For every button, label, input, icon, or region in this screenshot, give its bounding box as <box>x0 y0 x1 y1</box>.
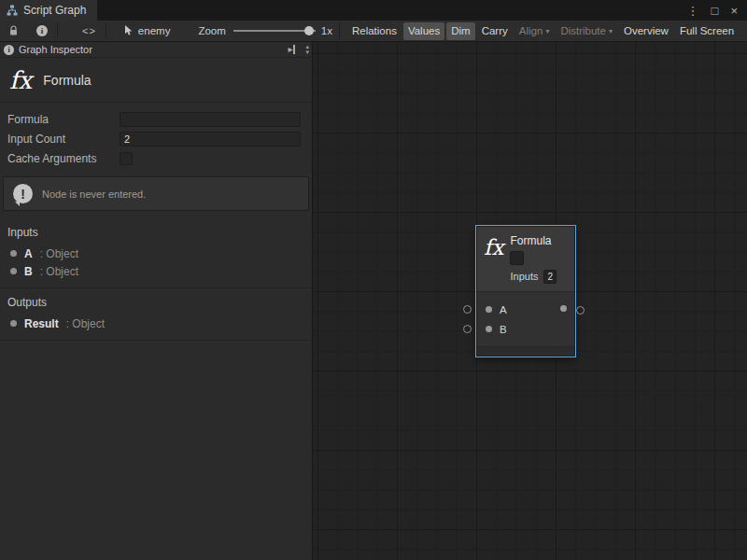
output-socket-result[interactable] <box>576 306 585 315</box>
window-tab-bar: Script Graph ⋮ □ × <box>0 0 747 21</box>
node-inputs-row: Inputs 2 <box>510 269 557 284</box>
port-b-dot-icon[interactable] <box>486 326 492 332</box>
panel-maximize-icon[interactable]: ▸ <box>288 45 295 54</box>
cache-arguments-checkbox[interactable] <box>120 152 133 165</box>
inspector-header: i Graph Inspector ▸ ▴ ▾ <box>0 42 312 58</box>
close-icon[interactable]: × <box>730 4 738 18</box>
fx-icon: fx <box>484 237 503 284</box>
inputs-section: Inputs A : Object B : Object <box>0 218 312 288</box>
align-button[interactable]: Align ▾ <box>514 22 555 40</box>
formula-node[interactable]: fx Formula Inputs 2 A B <box>476 226 575 357</box>
zoom-value: 1x <box>321 25 332 36</box>
inspector-scrollbar[interactable]: ▴ ▾ <box>305 44 309 55</box>
chevron-down-icon: ▾ <box>545 27 549 35</box>
fx-icon: fx <box>9 68 32 92</box>
port-dot-icon <box>10 268 17 274</box>
distribute-button-label: Distribute <box>560 25 606 36</box>
lock-icon <box>8 25 19 36</box>
full-screen-button[interactable]: Full Screen <box>675 22 739 40</box>
port-dot-icon <box>10 250 17 257</box>
port-type: : Object <box>66 317 105 330</box>
port-b-label: B <box>500 324 507 335</box>
distribute-button[interactable]: Distribute ▾ <box>556 22 617 40</box>
result-port-dot-icon[interactable] <box>560 305 567 312</box>
warning-icon: ! <box>13 184 33 203</box>
node-title: Formula <box>510 234 557 247</box>
zoom-slider-track[interactable] <box>233 30 316 32</box>
code-view-button[interactable]: <> <box>79 22 99 40</box>
formula-field-row: Formula <box>7 110 301 129</box>
cache-arguments-label: Cache Arguments <box>7 152 120 165</box>
port-dot-icon <box>10 320 17 327</box>
dim-button[interactable]: Dim <box>446 22 474 40</box>
formula-node-header[interactable]: fx Formula Inputs 2 <box>477 227 574 291</box>
input-port-row-a: A : Object <box>0 245 312 262</box>
graph-toolbar: i <> enemy Zoom 1x Relations Values Dim … <box>0 21 747 42</box>
window-controls: ⋮ □ × <box>687 0 747 21</box>
carry-button[interactable]: Carry <box>477 22 513 40</box>
node-inputs-label: Inputs <box>510 271 538 282</box>
align-button-label: Align <box>519 25 543 36</box>
tab-script-graph[interactable]: Script Graph <box>0 0 97 21</box>
cursor-icon <box>124 25 134 36</box>
input-count-field-row: Input Count <box>7 130 301 148</box>
info-icon: i <box>4 45 14 55</box>
node-input-count-field[interactable]: 2 <box>543 270 557 284</box>
port-a-dot-icon[interactable] <box>486 306 492 313</box>
port-name: Result <box>24 317 59 330</box>
warning-text: Node is never entered. <box>42 189 146 200</box>
port-a-label: A <box>500 304 507 315</box>
maximize-icon[interactable]: □ <box>712 4 719 18</box>
target-object-selector[interactable]: enemy <box>124 25 171 36</box>
graph-inspector-panel: i Graph Inspector ▸ ▴ ▾ fx Formula Formu… <box>0 42 313 560</box>
relations-button[interactable]: Relations <box>347 22 402 40</box>
chevron-down-icon: ▾ <box>609 27 613 35</box>
port-name: B <box>24 265 33 278</box>
script-graph-icon <box>7 5 18 16</box>
cache-arguments-field-row: Cache Arguments <box>7 149 301 168</box>
outputs-header: Outputs <box>0 294 312 315</box>
input-count-label: Input Count <box>7 133 120 146</box>
outputs-section: Outputs Result : Object <box>0 288 312 341</box>
overview-button[interactable]: Overview <box>619 22 673 40</box>
unit-fields: Formula Input Count Cache Arguments <box>0 103 312 173</box>
warning-box: ! Node is never entered. <box>3 176 309 211</box>
formula-field-label: Formula <box>7 113 120 126</box>
unit-title-block: fx Formula <box>0 58 312 103</box>
scroll-down-icon[interactable]: ▾ <box>305 49 309 55</box>
port-name: A <box>24 247 33 260</box>
graph-canvas[interactable]: fx Formula Inputs 2 A B <box>313 42 747 560</box>
unit-name: Formula <box>43 73 91 88</box>
port-type: : Object <box>40 265 78 278</box>
target-object-label: enemy <box>138 25 171 36</box>
zoom-label: Zoom <box>198 25 225 36</box>
input-count-input[interactable] <box>120 132 301 147</box>
input-port-row-b: B : Object <box>0 262 312 280</box>
formula-input[interactable] <box>120 112 301 127</box>
info-icon: i <box>36 25 48 36</box>
toolbar-divider <box>339 23 340 38</box>
port-type: : Object <box>40 247 78 260</box>
input-socket-a[interactable] <box>463 305 472 314</box>
input-socket-b[interactable] <box>463 325 472 333</box>
lock-button[interactable] <box>6 22 21 40</box>
toolbar-divider <box>57 23 58 38</box>
info-button[interactable]: i <box>34 22 50 40</box>
zoom-slider-knob[interactable] <box>304 26 314 35</box>
values-button[interactable]: Values <box>403 22 444 40</box>
node-formula-input[interactable] <box>510 251 524 265</box>
tab-label: Script Graph <box>23 4 86 17</box>
inspector-title: Graph Inspector <box>19 44 92 55</box>
node-footer <box>477 346 574 356</box>
zoom-slider[interactable] <box>233 25 316 36</box>
inputs-header: Inputs <box>0 224 312 245</box>
menu-icon[interactable]: ⋮ <box>687 4 699 18</box>
toolbar-divider <box>106 23 106 38</box>
output-port-row-result: Result : Object <box>0 315 312 332</box>
node-port-b[interactable]: B <box>486 319 574 339</box>
node-ports: A B <box>477 291 574 346</box>
